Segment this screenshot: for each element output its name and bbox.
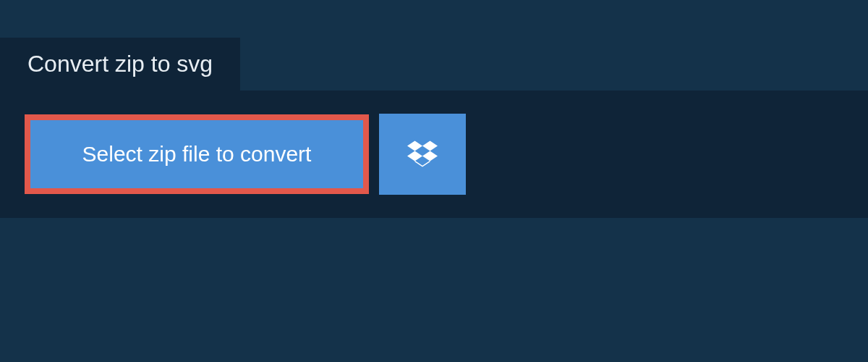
convert-panel: Select zip file to convert: [0, 90, 868, 218]
select-file-button[interactable]: Select zip file to convert: [30, 120, 363, 188]
select-file-highlight: Select zip file to convert: [25, 114, 369, 194]
dropbox-button[interactable]: [379, 114, 466, 195]
tab-label: Convert zip to svg: [27, 51, 213, 77]
select-file-label: Select zip file to convert: [82, 142, 312, 166]
tab-convert[interactable]: Convert zip to svg: [0, 38, 240, 90]
dropbox-icon: [407, 138, 438, 171]
